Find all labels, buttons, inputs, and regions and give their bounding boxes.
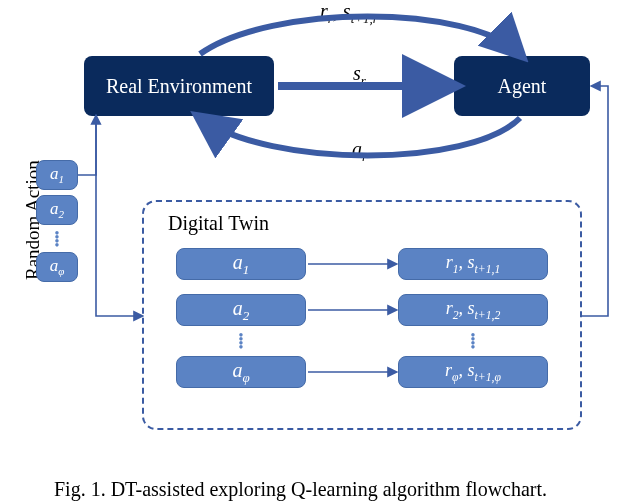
figure-caption: Fig. 1. DT-assisted exploring Q-learning… xyxy=(54,478,547,501)
flow-label-top: rr, st+1,r xyxy=(320,0,378,27)
diagram-root: Real Environment Agent rr, st+1,r sr ar … xyxy=(0,0,628,502)
dt-action-aphi: aφ xyxy=(176,356,306,388)
random-action-a2: a2 xyxy=(36,195,78,225)
digital-twin-label: Digital Twin xyxy=(168,212,269,235)
dt-action-a2: a2 xyxy=(176,294,306,326)
flow-label-middle: sr xyxy=(353,62,366,89)
agent-label: Agent xyxy=(498,75,547,98)
real-environment-label: Real Environment xyxy=(106,75,252,98)
dt-output-1: r1, st+1,1 xyxy=(398,248,548,280)
dt-output-dots: •••• xyxy=(466,334,480,350)
random-action-aphi: aφ xyxy=(36,252,78,282)
dt-output-phi: rφ, st+1,φ xyxy=(398,356,548,388)
agent-node: Agent xyxy=(454,56,590,116)
dt-action-dots: •••• xyxy=(234,334,248,350)
dt-output-2: r2, st+1,2 xyxy=(398,294,548,326)
real-environment-node: Real Environment xyxy=(84,56,274,116)
dt-action-a1: a1 xyxy=(176,248,306,280)
random-action-a1: a1 xyxy=(36,160,78,190)
random-action-dots: •••• xyxy=(50,232,64,248)
flow-label-bottom: ar xyxy=(352,138,367,165)
